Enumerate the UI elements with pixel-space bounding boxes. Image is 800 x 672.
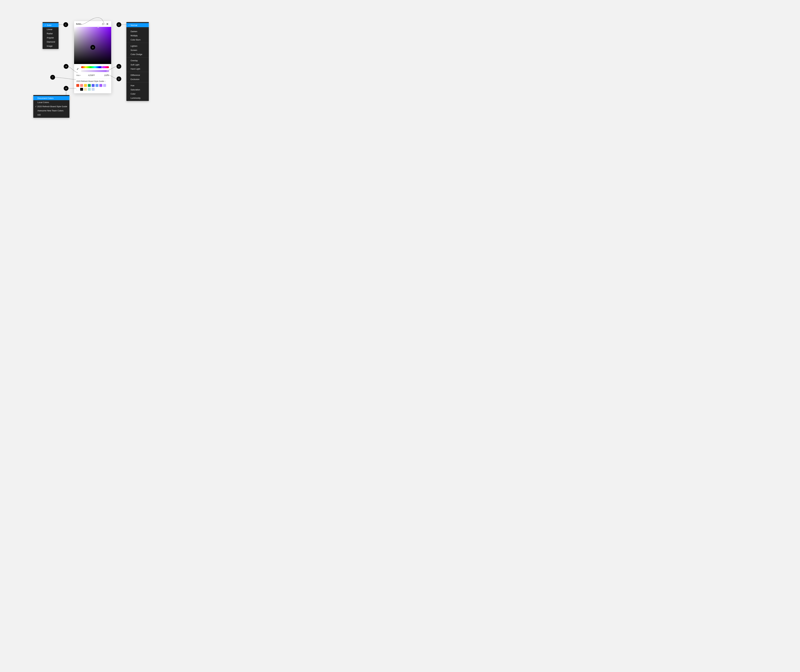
blend-mode-item[interactable]: Soft Light — [126, 62, 149, 67]
check-icon: ✓ — [44, 24, 47, 26]
item-label: Color Burn — [131, 38, 141, 41]
color-swatch[interactable] — [76, 88, 79, 91]
swatch-grid — [74, 82, 111, 93]
item-label: Screen — [131, 49, 137, 51]
color-swatch[interactable] — [88, 84, 91, 87]
fill-type-item[interactable]: Diamond — [43, 40, 59, 44]
blend-mode-item[interactable]: Multiply — [126, 34, 149, 38]
item-label: Awesome New Team Colors — [37, 109, 64, 112]
item-label: Luminosity — [131, 97, 141, 99]
blend-mode-item[interactable]: Difference — [126, 73, 149, 77]
color-swatch[interactable] — [99, 84, 102, 87]
library-label: 2020 Refresh Brand Style Guide — [76, 80, 104, 82]
item-label: Local Colors — [37, 101, 49, 104]
annotation-badge-7: 7 — [50, 75, 55, 80]
color-picker-panel: Solid ▾ Hex ▾ — [74, 21, 111, 93]
library-item[interactable]: Document Colors — [33, 96, 69, 100]
color-swatch[interactable] — [84, 84, 87, 87]
alpha-thumb[interactable] — [107, 70, 109, 72]
color-model-label: Hex — [76, 74, 80, 77]
color-swatch[interactable] — [76, 84, 79, 87]
color-swatch[interactable] — [80, 88, 83, 91]
hue-slider[interactable] — [81, 66, 109, 68]
annotation-badge-8: 8 — [64, 86, 69, 91]
item-label: Color — [131, 93, 136, 95]
fill-type-item[interactable]: Linear — [43, 27, 59, 31]
fill-type-item[interactable]: ✓Solid — [43, 23, 59, 27]
color-swatch[interactable] — [84, 88, 87, 91]
item-label: Soft Light — [131, 64, 139, 66]
annotation-badge-4: 4 — [64, 64, 69, 69]
annotation-badge-1: 1 — [63, 22, 68, 27]
item-label: Color Dodge — [131, 53, 142, 56]
color-swatch[interactable] — [103, 84, 106, 87]
item-label: Solid — [47, 24, 51, 26]
blend-mode-item[interactable]: Lighten — [126, 44, 149, 48]
hue-thumb[interactable] — [101, 66, 103, 68]
item-label: Image — [47, 45, 53, 47]
fill-type-dropdown[interactable]: Solid ▾ — [76, 23, 82, 25]
check-icon: ✓ — [35, 105, 37, 108]
annotation-badge-3: 3 — [90, 45, 95, 50]
library-item[interactable]: ✓2020 Refresh Brand Style Guide — [33, 104, 69, 109]
blend-mode-item[interactable]: Overlay — [126, 58, 149, 62]
item-label: Lighten — [131, 45, 138, 47]
color-swatch[interactable] — [96, 84, 98, 87]
item-label: 2020 Refresh Brand Style Guide — [37, 105, 67, 108]
color-swatch[interactable] — [92, 88, 94, 91]
item-label: Linear — [47, 28, 53, 30]
item-label: Hard Light — [131, 68, 140, 70]
blend-mode-icon[interactable] — [101, 22, 105, 26]
menu-divider — [126, 57, 149, 58]
item-label: Overlay — [131, 59, 138, 62]
item-label: Multiply — [131, 34, 138, 37]
color-value-row: Hex ▾ A259FF 100% — [74, 72, 111, 78]
check-icon: ✓ — [128, 24, 131, 26]
color-swatch[interactable] — [92, 84, 94, 87]
library-item[interactable]: Awesome New Team Colors — [33, 109, 69, 113]
color-library-dropdown[interactable]: 2020 Refresh Brand Style Guide ▾ — [74, 78, 111, 82]
annotation-badge-5: 5 — [117, 64, 121, 69]
item-label: Hue — [131, 84, 134, 87]
blend-mode-item[interactable]: Color Dodge — [126, 52, 149, 56]
blend-mode-menu[interactable]: ✓NormalDarkenMultiplyColor BurnLightenSc… — [126, 22, 149, 101]
item-label: UI2 — [37, 114, 41, 116]
color-swatch[interactable] — [80, 84, 83, 87]
opacity-input[interactable]: 100% — [102, 74, 109, 77]
item-label: Diamond — [47, 41, 55, 43]
item-label: Radial — [47, 32, 53, 35]
color-library-menu[interactable]: Document ColorsLocal Colors✓2020 Refresh… — [33, 95, 69, 118]
blend-mode-item[interactable]: Color Burn — [126, 38, 149, 42]
library-item[interactable]: Local Colors — [33, 100, 69, 104]
blend-mode-item[interactable]: Saturation — [126, 88, 149, 92]
item-label: Difference — [131, 74, 140, 76]
item-label: Document Colors — [37, 97, 53, 99]
eyedropper-icon[interactable] — [77, 68, 79, 71]
blend-mode-item[interactable]: Hue — [126, 83, 149, 88]
blend-mode-item[interactable]: Exclusion — [126, 77, 149, 81]
fill-type-item[interactable]: Angular — [43, 35, 59, 40]
blend-mode-item[interactable]: ✓Normal — [126, 23, 149, 27]
blend-mode-item[interactable]: Hard Light — [126, 67, 149, 71]
hex-input[interactable]: A259FF — [82, 74, 101, 77]
blend-mode-item[interactable]: Color — [126, 92, 149, 96]
sv-thumb[interactable] — [97, 26, 99, 28]
item-label: Exclusion — [131, 78, 139, 80]
color-model-dropdown[interactable]: Hex ▾ — [76, 74, 81, 77]
item-label: Saturation — [131, 88, 140, 91]
blend-mode-item[interactable]: Darken — [126, 29, 149, 34]
fill-type-label: Solid — [76, 23, 81, 25]
blend-mode-item[interactable]: Luminosity — [126, 96, 149, 100]
close-icon[interactable] — [106, 22, 109, 26]
item-label: Angular — [47, 37, 54, 39]
chevron-down-icon: ▾ — [80, 75, 81, 76]
fill-type-item[interactable]: Image — [43, 44, 59, 48]
alpha-slider[interactable] — [81, 70, 109, 72]
blend-mode-item[interactable]: Screen — [126, 48, 149, 52]
chevron-down-icon: ▾ — [81, 23, 82, 25]
item-label: Normal — [131, 24, 137, 26]
color-swatch[interactable] — [88, 88, 91, 91]
fill-type-menu[interactable]: ✓SolidLinearRadialAngularDiamondImage — [43, 22, 59, 49]
fill-type-item[interactable]: Radial — [43, 31, 59, 35]
library-item[interactable]: UI2 — [33, 113, 69, 117]
